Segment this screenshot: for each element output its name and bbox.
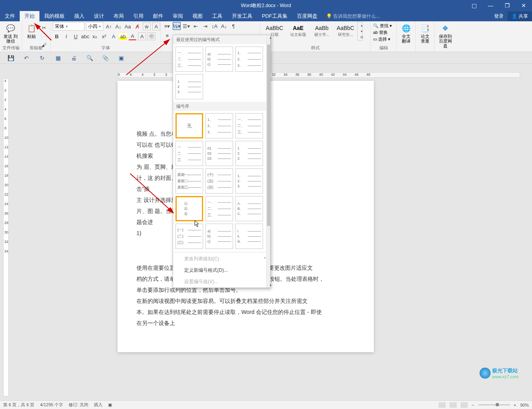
tab-mail[interactable]: 邮件 [148, 11, 168, 21]
translate-button[interactable]: 🌐全文 翻译 [399, 22, 413, 43]
numbering-option[interactable]: a)b)c) [205, 224, 233, 249]
find-button[interactable]: 🔍 查找 ▾ [373, 23, 392, 29]
web-layout-button[interactable] [461, 402, 468, 408]
strike-button[interactable]: abc [81, 32, 89, 40]
numbering-option[interactable]: (子)(丑)(寅) [205, 168, 233, 194]
change-case-button[interactable]: Aa [124, 22, 132, 30]
font-color-button[interactable]: A [129, 32, 136, 40]
numbering-option[interactable]: A.B.C. [235, 196, 263, 221]
numbering-option[interactable]: 1、2、3、 [235, 47, 263, 72]
qat-btn-6[interactable]: 🔍 [86, 54, 93, 62]
highlight-button[interactable]: ab [119, 32, 127, 40]
send-wechat-button[interactable]: 💬 发送 到微信 [2, 22, 19, 43]
text-effects-button[interactable]: A [110, 32, 118, 40]
tell-me[interactable]: 💡 告诉我您想要做什么... [326, 13, 380, 20]
read-mode-button[interactable] [439, 402, 446, 408]
pinyin-button[interactable]: ẃ [143, 22, 151, 30]
align-left-button[interactable]: ≡ [163, 32, 171, 39]
style-master[interactable]: AaBb硕士学... [310, 22, 334, 40]
redo-button[interactable]: ↻ [39, 54, 46, 62]
zoom-slider[interactable] [478, 404, 510, 405]
save-button[interactable]: 💾 [7, 54, 14, 62]
tab-design[interactable]: 设计 [89, 11, 109, 21]
numbering-button[interactable]: ⅓▾ [173, 22, 181, 30]
qat-btn-5[interactable]: 🖨 [70, 54, 77, 62]
login-button[interactable]: 登录 [490, 13, 508, 20]
shrink-font-button[interactable]: A↓ [114, 22, 122, 30]
numbering-option[interactable]: 1)2)3) [175, 196, 203, 221]
font-size-select[interactable]: 小四▾ [86, 22, 103, 31]
print-layout-button[interactable] [450, 402, 457, 408]
enclose-char-button[interactable]: ㊥ [147, 32, 155, 40]
numbering-option[interactable]: 一、二、三、 [235, 113, 263, 138]
dropdown-scrollbar[interactable]: ▴ ▾ [266, 35, 270, 288]
numbering-option[interactable]: 123 [175, 74, 203, 99]
increase-indent-button[interactable]: ⇥ [201, 22, 209, 30]
numbering-option[interactable]: (一)(二)(三) [175, 224, 203, 249]
define-new-format-menu[interactable]: 定义新编号格式(D)... [173, 265, 270, 276]
underline-button[interactable]: U [72, 32, 80, 40]
macro-indicator[interactable]: ▣ [108, 402, 112, 407]
insert-mode[interactable]: 插入 [94, 402, 103, 408]
ribbon-options-button[interactable]: ▢ [466, 0, 482, 11]
font-name-select[interactable]: 宋体▾ [53, 22, 84, 31]
tab-home[interactable]: 开始 [20, 11, 39, 21]
numbering-option[interactable]: 1、2、3、 [205, 113, 233, 138]
qat-btn-4[interactable]: ▦ [54, 54, 62, 62]
styles-more[interactable]: ⊟ [358, 34, 366, 40]
text-direction-button[interactable]: ↕A [211, 22, 218, 30]
undo-button[interactable]: ↶ [23, 54, 30, 62]
tab-references[interactable]: 引用 [129, 11, 148, 21]
tab-pdf[interactable]: PDF工具集 [257, 11, 292, 21]
baidu-save-button[interactable]: ❖保存到 百度网盘 [437, 22, 454, 48]
numbering-none[interactable]: 无 [175, 113, 203, 138]
style-graduate[interactable]: AaBbC研究生... [334, 22, 357, 40]
styles-up[interactable]: ▴ [358, 22, 366, 28]
qat-btn-8[interactable]: ▣ [118, 54, 125, 62]
thesis-check-button[interactable]: 📑论文 查重 [418, 22, 432, 43]
share-button[interactable]: 👤 共享 [508, 11, 532, 21]
zoom-level[interactable]: 90% [520, 403, 529, 407]
numbering-option[interactable]: 一、二、三、 [175, 47, 203, 72]
numbering-option[interactable]: i.ii.iii. [235, 224, 263, 249]
minimize-button[interactable]: — [482, 0, 499, 11]
char-shading-button[interactable]: A [138, 32, 146, 40]
sort-button[interactable]: A↓ [220, 22, 228, 30]
paste-button[interactable]: 📋 粘贴 [24, 22, 38, 39]
restore-button[interactable]: ❐ [499, 0, 515, 11]
revision-status[interactable]: 修订: 关闭 [69, 402, 88, 408]
select-button[interactable]: ▭ 选择 ▾ [373, 36, 390, 42]
tab-layout[interactable]: 布局 [109, 11, 129, 21]
grow-font-button[interactable]: A↑ [105, 22, 113, 30]
italic-button[interactable]: I [62, 32, 70, 40]
numbering-option[interactable]: 010203 [205, 141, 233, 166]
zoom-in-button[interactable]: + [514, 403, 516, 407]
show-marks-button[interactable]: ¶ [230, 22, 237, 30]
cut-button[interactable]: ✂ [40, 24, 48, 32]
tab-templates[interactable]: 我的模板 [39, 11, 69, 21]
zoom-out-button[interactable]: − [472, 403, 474, 407]
close-button[interactable]: ✕ [515, 0, 532, 11]
tab-insert[interactable]: 插入 [69, 11, 89, 21]
replace-button[interactable]: ab 替换 [373, 30, 388, 35]
numbering-option[interactable]: 123 [235, 141, 263, 166]
copy-button[interactable]: 📄 [40, 32, 48, 40]
styles-down[interactable]: ▾ [358, 28, 366, 34]
numbering-option[interactable]: a)b)c) [205, 47, 233, 72]
tab-view[interactable]: 视图 [188, 11, 207, 21]
vertical-ruler[interactable]: 42246810121416182022242628303234 [3, 78, 9, 396]
numbering-option[interactable]: 星期一.星期二.星期三. [175, 168, 203, 194]
numbering-option[interactable]: 一、二、三、 [205, 196, 233, 221]
superscript-button[interactable]: x² [100, 32, 108, 40]
page-indicator[interactable]: 第 6 页，共 6 页 [3, 402, 34, 408]
word-count[interactable]: 4/1295 个字 [40, 402, 63, 408]
bold-button[interactable]: B [53, 32, 61, 40]
qat-btn-7[interactable]: 📎 [102, 54, 109, 62]
decrease-indent-button[interactable]: ⇤ [192, 22, 200, 30]
tab-file[interactable]: 文件 [0, 11, 20, 21]
subscript-button[interactable]: x₂ [91, 32, 99, 40]
char-border-button[interactable]: A [152, 22, 160, 30]
tab-dev[interactable]: 开发工具 [227, 11, 257, 21]
tab-tools[interactable]: 工具 [207, 11, 227, 21]
numbering-option[interactable]: 一二三 [175, 141, 203, 166]
